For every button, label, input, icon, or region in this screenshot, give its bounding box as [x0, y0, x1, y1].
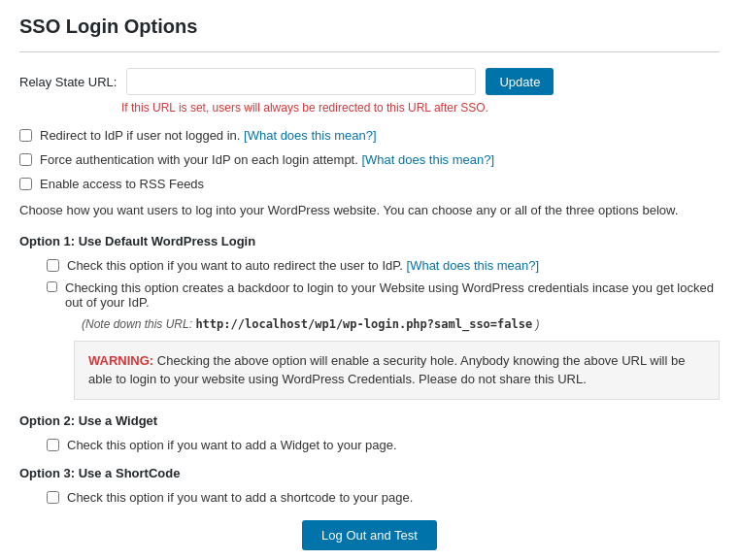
option2-heading: Option 2: Use a Widget [19, 413, 720, 428]
widget-checkbox[interactable] [47, 439, 59, 451]
auto-redirect-row: Check this option if you want to auto re… [47, 258, 720, 273]
backdoor-note: (Note down this URL: http://localhost/wp… [82, 317, 720, 331]
auto-redirect-link[interactable]: [What does this mean?] [407, 258, 540, 273]
widget-row: Check this option if you want to add a W… [47, 438, 720, 452]
update-button[interactable]: Update [486, 68, 554, 95]
logout-btn-row: Log Out and Test [19, 520, 720, 550]
relay-state-hint: If this URL is set, users will always be… [121, 101, 720, 115]
warning-label: WARNING: [88, 353, 153, 368]
option1-heading: Option 1: Use Default WordPress Login [19, 234, 720, 248]
option1-section: Option 1: Use Default WordPress Login Ch… [19, 234, 720, 400]
option3-content: Check this option if you want to add a s… [47, 490, 720, 505]
redirect-idp-link[interactable]: [What does this mean?] [244, 128, 377, 143]
option1-content: Check this option if you want to auto re… [47, 258, 720, 400]
widget-label: Check this option if you want to add a W… [67, 438, 397, 452]
redirect-idp-label: Redirect to IdP if user not logged in. [… [40, 128, 377, 143]
backdoor-url: http://localhost/wp1/wp-login.php?saml_s… [195, 317, 532, 331]
backdoor-label: Checking this option creates a backdoor … [65, 280, 720, 310]
top-divider [19, 51, 720, 52]
force-auth-row: Force authentication with your IdP on ea… [19, 152, 720, 167]
rss-feeds-checkbox[interactable] [19, 178, 32, 190]
auto-redirect-checkbox[interactable] [47, 259, 59, 272]
relay-state-label: Relay State URL: [19, 75, 117, 89]
auto-redirect-label: Check this option if you want to auto re… [67, 258, 539, 273]
backdoor-row: Checking this option creates a backdoor … [47, 280, 720, 310]
redirect-idp-checkbox[interactable] [19, 129, 32, 142]
logout-test-button[interactable]: Log Out and Test [302, 520, 437, 550]
option3-section: Option 3: Use a ShortCode Check this opt… [19, 466, 720, 505]
relay-state-row: Relay State URL: Update [19, 68, 720, 95]
shortcode-row: Check this option if you want to add a s… [47, 490, 720, 505]
relay-state-input[interactable] [126, 68, 476, 95]
page-title: SSO Login Options [19, 16, 720, 38]
description-text: Choose how you want users to log into yo… [19, 201, 720, 220]
rss-feeds-label: Enable access to RSS Feeds [40, 177, 204, 191]
force-auth-label: Force authentication with your IdP on ea… [40, 152, 494, 167]
warning-text: Checking the above option will enable a … [88, 353, 685, 387]
force-auth-link[interactable]: [What does this mean?] [361, 152, 494, 167]
rss-feeds-row: Enable access to RSS Feeds [19, 177, 720, 191]
force-auth-checkbox[interactable] [19, 153, 32, 166]
option2-section: Option 2: Use a Widget Check this option… [19, 413, 720, 452]
option2-content: Check this option if you want to add a W… [47, 438, 720, 452]
warning-box: WARNING: Checking the above option will … [74, 341, 720, 400]
shortcode-checkbox[interactable] [47, 491, 59, 504]
option3-heading: Option 3: Use a ShortCode [19, 466, 720, 480]
backdoor-checkbox[interactable] [47, 281, 57, 292]
shortcode-label: Check this option if you want to add a s… [67, 490, 413, 505]
redirect-idp-row: Redirect to IdP if user not logged in. [… [19, 128, 720, 143]
